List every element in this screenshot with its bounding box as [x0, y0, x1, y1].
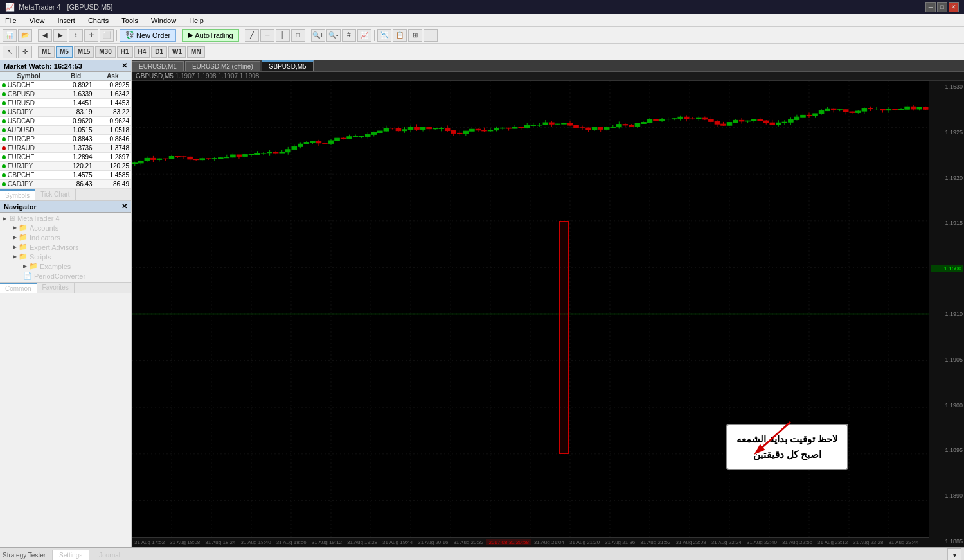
crosshair-button[interactable]: ✛ — [84, 29, 98, 42]
period-d1[interactable]: D1 — [151, 46, 167, 58]
line-button[interactable]: ╱ — [245, 29, 259, 42]
red-arrow — [745, 419, 797, 457]
template-button[interactable]: 📋 — [393, 29, 407, 42]
chart-canvas[interactable]: 1.1530 1.1925 1.1920 1.1915 1.1500 1.191… — [132, 81, 964, 547]
candle-body — [439, 128, 444, 129]
period-m15[interactable]: M15 — [74, 46, 94, 58]
ask-price: 1.4585 — [94, 171, 131, 180]
list-item[interactable]: EURUSD 1.4451 1.4453 — [0, 99, 131, 108]
menu-charts[interactable]: Charts — [85, 14, 111, 27]
hline-button[interactable]: ─ — [260, 29, 274, 42]
minimize-button[interactable]: ─ — [925, 2, 936, 12]
new-chart-button[interactable]: 📊 — [3, 29, 17, 42]
menu-help[interactable]: Help — [186, 14, 206, 27]
nav-folder-item[interactable]: ▶ 📁 Expert Advisors — [0, 242, 131, 252]
period-h4[interactable]: H4 — [134, 46, 150, 58]
chart-symbol: GBPUSD,M5 — [136, 73, 175, 80]
nav-folder-item[interactable]: ▶ 🖥 MetaTrader 4 — [0, 214, 131, 223]
list-item[interactable]: EURGBP 0.8843 0.8846 — [0, 135, 131, 144]
chart-tab-eurusd-m1[interactable]: EURUSD,M1 — [132, 61, 184, 71]
menu-view[interactable]: View — [27, 14, 48, 27]
market-watch-scroll[interactable]: Symbol Bid Ask USDCHF 0.8921 0.8925 GBPU… — [0, 72, 131, 189]
list-item[interactable]: USDCAD 0.9620 0.9624 — [0, 117, 131, 126]
list-item[interactable]: EURJPY 120.21 120.25 — [0, 162, 131, 171]
time-label: 31 Aug 19:28 — [344, 539, 380, 545]
sep4 — [242, 30, 242, 41]
grid-button[interactable]: # — [342, 29, 356, 42]
status-dot — [2, 173, 6, 177]
bid-price: 1.4575 — [57, 171, 94, 180]
period-h1[interactable]: H1 — [117, 46, 133, 58]
candle-body — [512, 127, 517, 128]
menu-tools[interactable]: Tools — [119, 14, 141, 27]
maximize-button[interactable]: □ — [937, 2, 947, 12]
ask-price: 1.2897 — [94, 153, 131, 162]
list-item[interactable]: CADJPY 86.43 86.49 — [0, 180, 131, 189]
zoom-in-button[interactable]: ⬜ — [100, 29, 114, 42]
open-button[interactable]: 📂 — [18, 29, 32, 42]
zoom-out-button[interactable]: 🔍- — [326, 29, 341, 42]
nav-folder-item[interactable]: ▶ 📁 Scripts — [0, 252, 131, 261]
candle-body — [139, 161, 144, 162]
time-scale: 31 Aug 17:5231 Aug 18:0831 Aug 18:2431 A… — [132, 537, 929, 547]
navigator-title: Navigator — [4, 203, 37, 211]
crosshair-tool[interactable]: ✛ — [18, 46, 32, 58]
menu-insert[interactable]: Insert — [55, 14, 78, 27]
nav-folder-item[interactable]: ▶ 📁 Examples — [0, 261, 131, 271]
zoom-in2-button[interactable]: 🔍+ — [311, 29, 325, 42]
menu-window[interactable]: Window — [148, 14, 179, 27]
list-item[interactable]: AUDUSD 1.0515 1.0518 — [0, 126, 131, 135]
sep1 — [35, 30, 35, 41]
status-dot — [2, 110, 6, 114]
cursor-tool[interactable]: ↖ — [3, 46, 17, 58]
nav-tab-favorites[interactable]: Favorites — [37, 283, 75, 293]
market-watch-close[interactable]: ✕ — [121, 62, 127, 70]
tab-journal[interactable]: Journal — [92, 550, 127, 561]
chart-type-button[interactable]: 📈 — [357, 29, 371, 42]
period-m5[interactable]: M5 — [56, 46, 73, 58]
period-m30[interactable]: M30 — [95, 46, 115, 58]
time-label: 2017.08.31 20:58 — [486, 539, 531, 545]
navigator-header: Navigator ✕ — [0, 201, 131, 213]
forward-button[interactable]: ▶ — [53, 29, 67, 42]
tab-tick-chart[interactable]: Tick Chart — [35, 189, 75, 200]
tab-settings[interactable]: Settings — [52, 550, 89, 561]
more-button[interactable]: ⋯ — [424, 29, 438, 42]
rect-button[interactable]: □ — [291, 29, 305, 42]
scroll-button[interactable]: ↕ — [69, 29, 83, 42]
panel-collapse-button[interactable]: ▾ — [947, 548, 961, 560]
bid-price: 1.4451 — [57, 99, 94, 108]
nav-tab-common[interactable]: Common — [0, 283, 37, 293]
period-sep[interactable]: ⊞ — [408, 29, 422, 42]
navigator-close[interactable]: ✕ — [121, 202, 127, 211]
chart-tab-gbpusd-m5[interactable]: GBPUSD,M5 — [262, 60, 314, 71]
candle-body — [629, 125, 634, 127]
candle-body — [304, 143, 309, 144]
list-item[interactable]: GBPUSD 1.6339 1.6342 — [0, 90, 131, 99]
list-item[interactable]: USDCHF 0.8921 0.8925 — [0, 81, 131, 90]
list-item[interactable]: EURAUD 1.3736 1.3748 — [0, 144, 131, 153]
time-label: 31 Aug 22:40 — [744, 539, 780, 545]
time-label: 31 Aug 20:32 — [451, 539, 486, 545]
nav-folder-item[interactable]: ▶ 📁 Indicators — [0, 232, 131, 242]
candle-body — [402, 130, 407, 131]
list-item[interactable]: USDJPY 83.19 83.22 — [0, 108, 131, 117]
list-item[interactable]: EURCHF 1.2894 1.2897 — [0, 153, 131, 162]
period-w1[interactable]: W1 — [168, 46, 186, 58]
autotrading-button[interactable]: ▶ AutoTrading — [182, 29, 239, 42]
new-order-button[interactable]: 💱 New Order — [120, 29, 176, 42]
list-item[interactable]: GBPCHF 1.4575 1.4585 — [0, 171, 131, 180]
symbol-name: EURUSD — [8, 100, 35, 107]
back-button[interactable]: ◀ — [38, 29, 52, 42]
tab-symbols[interactable]: Symbols — [0, 189, 35, 200]
menu-file[interactable]: File — [3, 14, 19, 27]
bid-price: 120.21 — [57, 162, 94, 171]
period-mn[interactable]: MN — [187, 46, 205, 58]
chart-tab-eurusd-m2[interactable]: EURUSD,M2 (offline) — [185, 61, 260, 71]
period-m1[interactable]: M1 — [38, 46, 55, 58]
nav-file-item[interactable]: 📄 PeriodConverter — [0, 271, 131, 281]
nav-folder-item[interactable]: ▶ 📁 Accounts — [0, 223, 131, 232]
indicator-button[interactable]: 📉 — [377, 29, 391, 42]
close-button[interactable]: ✕ — [949, 2, 959, 12]
vline-button[interactable]: │ — [276, 29, 290, 42]
